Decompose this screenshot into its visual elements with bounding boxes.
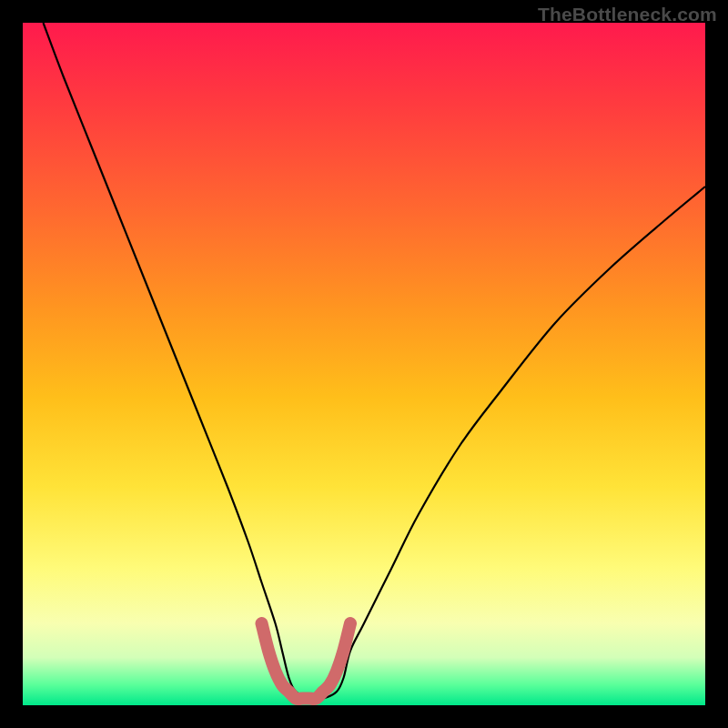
optimal-range-marker <box>262 623 351 699</box>
watermark-text: TheBottleneck.com <box>538 4 717 25</box>
curve-svg <box>23 23 705 705</box>
bottleneck-curve <box>44 23 706 699</box>
chart-frame: TheBottleneck.com <box>0 0 728 728</box>
plot-area <box>23 23 705 705</box>
